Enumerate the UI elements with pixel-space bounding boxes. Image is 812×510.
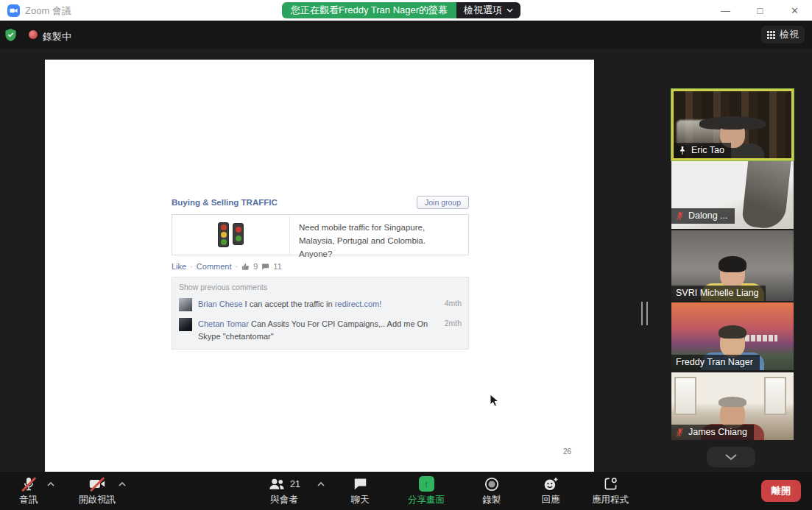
participants-options-caret[interactable] bbox=[317, 482, 325, 486]
comment-count: 11 bbox=[273, 262, 281, 271]
participant-name-tag: Eric Tao bbox=[674, 143, 731, 158]
share-screen-icon: ↑ bbox=[419, 476, 434, 492]
join-group-button: Join group bbox=[417, 196, 469, 209]
recording-indicator-icon bbox=[29, 30, 38, 39]
commenter-avatar bbox=[179, 318, 192, 331]
like-link: Like bbox=[172, 262, 186, 271]
reactions-button[interactable]: 回應 bbox=[526, 472, 575, 510]
scroll-participants-down-button[interactable] bbox=[707, 447, 755, 467]
video-tile-dalong[interactable]: Dalong ... bbox=[671, 161, 794, 229]
window-controls: — □ ✕ bbox=[708, 0, 812, 21]
facebook-group-title: Buying & Selling TRAFFIC bbox=[172, 198, 278, 207]
participant-name-tag: SVRI Michelle Liang bbox=[671, 286, 766, 301]
minimize-button[interactable]: — bbox=[708, 0, 743, 21]
security-shield-icon[interactable] bbox=[4, 28, 17, 42]
chat-bubble-icon bbox=[353, 478, 367, 490]
apps-icon bbox=[604, 477, 618, 491]
chevron-down-icon bbox=[725, 454, 737, 461]
dot-separator: · bbox=[190, 262, 193, 271]
record-button[interactable]: 錄製 bbox=[467, 472, 516, 510]
pin-icon bbox=[678, 146, 687, 155]
meeting-toolbar: 音訊 開啟視訊 21 與會者 bbox=[0, 472, 812, 510]
facebook-post-screenshot: Buying & Selling TRAFFIC Join group Need… bbox=[172, 196, 469, 350]
comment-bubble-icon bbox=[261, 263, 269, 271]
screen-share-banner: 您正在觀看Freddy Tran Nager的螢幕 檢視選項 bbox=[282, 2, 520, 18]
audio-button[interactable]: 音訊 bbox=[6, 472, 52, 510]
commenter-name: Brian Chese bbox=[198, 300, 243, 308]
video-tile-eric-tao[interactable]: Eric Tao bbox=[671, 89, 794, 160]
participant-name-tag: Freddy Tran Nager bbox=[671, 355, 760, 370]
share-screen-label: 分享畫面 bbox=[408, 494, 445, 506]
participants-button[interactable]: 21 與會者 bbox=[259, 472, 309, 510]
comment-link-text: redirect.com! bbox=[335, 300, 382, 308]
chat-button[interactable]: 聊天 bbox=[336, 472, 384, 510]
audio-options-caret[interactable] bbox=[47, 482, 54, 486]
mic-muted-icon bbox=[676, 428, 684, 437]
facebook-post-card: Need mobile traffic for Singapure, Malay… bbox=[172, 214, 469, 255]
main-stage: Buying & Selling TRAFFIC Join group Need… bbox=[0, 49, 812, 472]
commenter-avatar bbox=[179, 298, 192, 311]
audio-label: 音訊 bbox=[20, 494, 38, 506]
facebook-post-text: Need mobile traffic for Singapure, Malay… bbox=[290, 215, 468, 255]
video-options-caret[interactable] bbox=[119, 482, 126, 486]
comment-row: Brian Chese I can accept the traffic in … bbox=[179, 298, 462, 311]
traffic-lights-image bbox=[172, 215, 290, 255]
participant-name: Freddy Tran Nager bbox=[676, 357, 753, 367]
thumbs-up-icon bbox=[241, 263, 250, 271]
close-button[interactable]: ✕ bbox=[777, 0, 812, 21]
participants-label: 與會者 bbox=[270, 494, 298, 506]
mouse-cursor bbox=[490, 394, 499, 408]
apps-label: 應用程式 bbox=[592, 494, 629, 506]
mic-muted-icon bbox=[20, 476, 38, 492]
commenter-name: Chetan Tomar bbox=[198, 319, 249, 328]
participant-name-tag: Dalong ... bbox=[671, 208, 735, 224]
participants-icon bbox=[268, 478, 286, 490]
shared-screen-content: Buying & Selling TRAFFIC Join group Need… bbox=[45, 60, 594, 472]
zoom-meeting-window: Zoom 會議 您正在觀看Freddy Tran Nager的螢幕 檢視選項 —… bbox=[0, 0, 812, 510]
comment-row: Chetan Tomar Can Assits You For CPI Camp… bbox=[179, 318, 462, 342]
apps-button[interactable]: 應用程式 bbox=[582, 472, 639, 510]
video-label: 開啟視訊 bbox=[79, 494, 116, 506]
video-tile-freddy-tran-nager[interactable]: Freddy Tran Nager bbox=[671, 302, 794, 370]
title-bar: Zoom 會議 您正在觀看Freddy Tran Nager的螢幕 檢視選項 —… bbox=[0, 0, 812, 21]
share-screen-button[interactable]: ↑ 分享畫面 bbox=[398, 472, 454, 510]
participant-name: SVRI Michelle Liang bbox=[676, 288, 759, 298]
participant-name-tag: James Chiang bbox=[671, 425, 754, 440]
comment-text: I can accept the traffic in bbox=[245, 300, 333, 308]
show-previous-comments-link: Show previous comments bbox=[179, 283, 462, 291]
chevron-down-icon bbox=[506, 8, 513, 13]
leave-meeting-button[interactable]: 離開 bbox=[761, 480, 801, 502]
dot-separator: · bbox=[236, 262, 239, 271]
participant-name: Eric Tao bbox=[691, 145, 724, 155]
record-icon bbox=[484, 477, 499, 492]
maximize-button[interactable]: □ bbox=[743, 0, 777, 21]
participant-name: James Chiang bbox=[688, 427, 747, 437]
comment-link: Comment bbox=[197, 262, 232, 271]
view-options-label: 檢視選項 bbox=[464, 2, 502, 18]
camera-off-icon bbox=[88, 476, 106, 492]
view-button-label: 檢視 bbox=[780, 28, 799, 41]
video-tile-svri-michelle-liang[interactable]: SVRI Michelle Liang bbox=[671, 230, 794, 301]
mic-muted-icon bbox=[676, 211, 684, 221]
video-tile-james-chiang[interactable]: James Chiang bbox=[671, 372, 794, 440]
chat-label: 聊天 bbox=[351, 494, 370, 506]
comment-timestamp: 4mth bbox=[445, 299, 462, 308]
smiley-plus-icon bbox=[543, 477, 559, 492]
comment-timestamp: 2mth bbox=[445, 319, 462, 327]
record-label: 錄製 bbox=[483, 494, 501, 506]
reactions-label: 回應 bbox=[542, 494, 560, 506]
video-button[interactable]: 開啟視訊 bbox=[71, 472, 124, 510]
recording-status-label: 錄製中 bbox=[43, 30, 71, 43]
facebook-actions-row: Like · Comment · 9 11 bbox=[172, 262, 469, 271]
participants-count: 21 bbox=[290, 479, 300, 489]
facebook-comments-box: Show previous comments Brian Chese I can… bbox=[172, 277, 469, 350]
sidebar-resize-handle[interactable] bbox=[641, 302, 648, 325]
meeting-info-bar: 錄製中 檢視 bbox=[0, 21, 812, 49]
window-title: Zoom 會議 bbox=[25, 4, 71, 18]
watching-screen-label: 您正在觀看Freddy Tran Nager的螢幕 bbox=[282, 2, 456, 18]
gallery-grid-icon bbox=[767, 31, 775, 39]
participant-name: Dalong ... bbox=[688, 210, 728, 221]
slide-page-number: 26 bbox=[563, 447, 571, 456]
view-options-dropdown[interactable]: 檢視選項 bbox=[456, 2, 520, 18]
view-layout-button[interactable]: 檢視 bbox=[761, 26, 805, 43]
